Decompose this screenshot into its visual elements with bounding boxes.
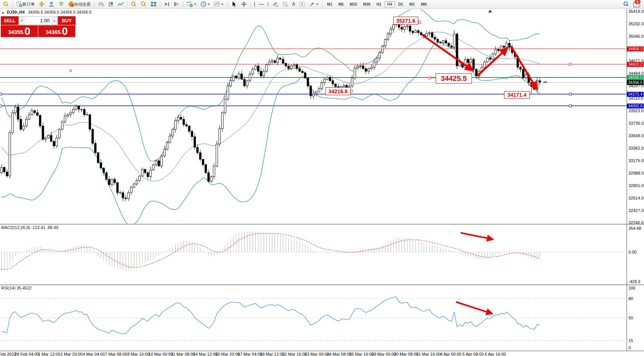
indicators-button[interactable]: ▼ [213,0,225,8]
candle-body [354,68,356,78]
buy-button[interactable]: BUY [58,16,76,25]
toolbar-separator [322,1,323,8]
candle-body [244,79,245,86]
axis-tick-label: 35045.0 [628,34,644,39]
signal-icon [58,1,64,7]
platform-logo-icon[interactable] [2,0,11,8]
new-chart-button[interactable]: ▼ [185,0,198,8]
rsi-pane[interactable] [0,297,626,341]
volume-decrease-button[interactable]: ▼ [19,17,25,25]
candle-body [241,74,243,79]
crosshair-icon [241,1,247,7]
timeframe-button-D1[interactable]: D1 [396,1,406,8]
cursor-tool-button[interactable] [230,0,239,8]
trendline-tool-button[interactable]: / [266,0,270,8]
line-handle[interactable] [428,77,431,79]
timeframe-button-M1[interactable]: M1 [324,1,335,8]
candle-body [467,59,469,63]
chart-canvas[interactable] [0,0,644,356]
toolbar-separator [183,1,183,8]
price-annotation-label[interactable]: 34425.5 [436,73,472,84]
axis-tick-label: 0 [628,345,631,350]
candle-body [434,37,436,39]
timeframe-button-M15[interactable]: M15 [347,1,360,8]
trend-arrow[interactable] [461,233,488,238]
one-click-collapse-icon[interactable]: ▲ [2,11,5,14]
line-chart-button[interactable] [116,0,125,8]
channel-tool-button[interactable]: E [271,0,280,8]
macd-pane[interactable] [0,231,626,271]
hline-tool-button[interactable]: — [258,0,265,8]
line-handle[interactable] [419,21,421,23]
label-tool-button[interactable]: T [298,0,307,8]
timeframe-button-M30[interactable]: M30 [360,1,373,8]
toolbar-separator [160,1,160,8]
trend-arrow[interactable] [456,302,488,312]
buy-price[interactable]: 34365. 0 [38,25,75,37]
line-handle[interactable] [569,105,571,107]
market-watch-button[interactable] [37,0,46,8]
price-annotation-label[interactable]: 35271.6 [393,17,418,25]
timeframe-button-H1[interactable]: H1 [374,1,384,8]
timeframe-button-W1[interactable]: W1 [407,1,417,8]
candle-body [335,84,337,87]
sell-price[interactable]: 34355. 0 [1,25,38,37]
notifications-button[interactable]: 1 [632,0,641,8]
pane-divider[interactable] [0,224,644,225]
candle-chart-button[interactable] [106,0,115,8]
line-handle[interactable] [0,93,2,95]
volume-increase-button[interactable]: ▲ [52,17,57,25]
candle-body [222,113,223,128]
candle-body [78,106,80,109]
timeframe-button-MN[interactable]: MN [418,1,430,8]
candle-body [252,69,254,74]
bollinger-lower-band[interactable] [2,42,540,225]
candle-body [445,40,447,43]
volume-input[interactable]: 1.00 [25,17,52,25]
bollinger-middle-band[interactable] [2,32,540,181]
shapes-tool-button[interactable]: ▼ [307,0,320,8]
axis-tick-label: 32801.0 [628,183,644,188]
contacts-button[interactable] [47,0,56,8]
candle-body [70,113,71,115]
tile-windows-button[interactable] [149,0,158,8]
candle-body [224,99,226,113]
line-handle[interactable] [0,105,2,107]
auto-scroll-button[interactable] [162,0,171,8]
line-handle[interactable] [569,93,571,95]
candle-body [296,65,298,69]
pane-divider[interactable] [0,284,644,285]
candle-body [199,153,201,159]
zoom-in-button[interactable] [129,0,138,8]
signals-button[interactable] [57,0,66,8]
chart-shift-marker[interactable] [488,10,492,12]
text-tool-button[interactable]: A [290,0,297,8]
trend-arrow[interactable] [422,35,468,67]
crosshair-tool-button[interactable] [239,0,248,8]
price-badge: 34002.0 [627,104,644,108]
auto-trade-button[interactable]: 自动交易 [67,0,92,8]
bollinger-upper-band[interactable] [2,8,540,161]
timeframe-button-H4[interactable]: H4 [385,1,395,8]
trend-arrow-head [486,235,494,241]
price-annotation-label[interactable]: 34216.6 [326,87,351,95]
dropdown-caret-icon: ▼ [207,3,210,6]
search-button[interactable] [622,0,631,8]
chart-shift-button[interactable] [172,0,181,8]
price-badge: 34858.3 [627,46,644,51]
bar-chart-button[interactable] [96,0,106,8]
timeframe-button-M5[interactable]: M5 [336,1,346,8]
zoom-out-button[interactable] [139,0,148,8]
vline-tool-button[interactable]: | [253,0,257,8]
fibonacci-tool-button[interactable]: F [281,0,290,8]
sell-button[interactable]: SELL [1,16,19,25]
periods-button[interactable]: ▼ [199,0,212,8]
candle-body [186,125,188,126]
candle-body [28,115,30,119]
candle-body [442,40,444,42]
trendline-icon: / [267,1,268,7]
line-handle[interactable] [569,63,571,65]
new-order-button[interactable]: 新订单 [15,0,36,8]
price-annotation-label[interactable]: 34171.4 [504,91,530,99]
main-chart-pane[interactable] [0,8,626,225]
